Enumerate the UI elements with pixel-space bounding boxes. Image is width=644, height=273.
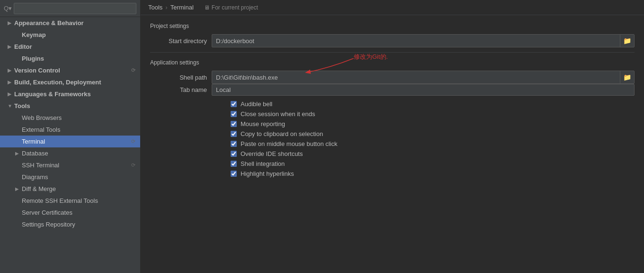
checkbox-label-copy-clipboard: Copy to clipboard on selection <box>241 130 323 137</box>
sync-icon: ⟳ <box>131 162 135 168</box>
shell-path-input-wrap[interactable]: 📁 <box>212 71 635 84</box>
checkbox-row-override-ide: Override IDE shortcuts <box>150 150 635 157</box>
sidebar-item-label: Version Control <box>14 67 131 74</box>
sidebar-item-remote-ssh[interactable]: Remote SSH External Tools <box>0 195 140 207</box>
search-input[interactable] <box>14 3 136 14</box>
arrow-icon <box>8 91 14 97</box>
sidebar-item-database[interactable]: Database <box>0 147 140 159</box>
sidebar-item-label: Build, Execution, Deployment <box>14 79 135 86</box>
shell-path-input[interactable] <box>212 72 620 83</box>
main-body: Project settings Start directory 📁 Appli… <box>141 15 644 186</box>
checkbox-copy-clipboard[interactable] <box>231 131 237 137</box>
sidebar-item-version-control[interactable]: Version Control⟳ <box>0 64 140 76</box>
content-panel: Tools › Terminal 🖥 For current project P… <box>141 0 644 273</box>
search-icon: Q▾ <box>4 5 12 12</box>
sidebar-item-languages[interactable]: Languages & Frameworks <box>0 88 140 100</box>
checkbox-audible-bell[interactable] <box>231 101 237 107</box>
tab-name-row: Tab name <box>150 84 635 96</box>
checkbox-row-audible-bell: Audible bell <box>150 100 635 108</box>
sidebar-item-build[interactable]: Build, Execution, Deployment <box>0 76 140 88</box>
sidebar-item-label: SSH Terminal <box>22 162 131 169</box>
checkbox-paste-middle[interactable] <box>231 141 237 147</box>
sidebar-item-external-tools[interactable]: External Tools <box>0 124 140 136</box>
tab-name-label: Tab name <box>150 86 212 93</box>
sidebar-item-label: Diagrams <box>22 173 135 181</box>
breadcrumb: Tools › Terminal 🖥 For current project <box>141 0 644 15</box>
sidebar-item-web-browsers[interactable]: Web Browsers <box>0 112 140 124</box>
sidebar: Q▾ Appearance & BehaviorKeymapEditorPlug… <box>0 0 141 273</box>
sidebar-item-label: Database <box>22 150 135 157</box>
start-directory-input-wrap[interactable]: 📁 <box>212 34 635 47</box>
checkbox-label-close-session: Close session when it ends <box>241 110 315 118</box>
tab-name-input-wrap[interactable] <box>212 84 635 96</box>
sync-icon: ⟳ <box>131 138 135 145</box>
sidebar-item-label: External Tools <box>22 126 135 133</box>
checkbox-row-copy-clipboard: Copy to clipboard on selection <box>150 130 635 137</box>
sidebar-item-appearance[interactable]: Appearance & Behavior <box>0 17 140 29</box>
breadcrumb-tools: Tools <box>148 4 162 11</box>
checkbox-override-ide[interactable] <box>231 151 237 157</box>
sidebar-item-label: Editor <box>14 43 135 50</box>
arrow-icon <box>8 80 14 85</box>
sidebar-item-label: Plugins <box>22 55 135 62</box>
start-directory-row: Start directory 📁 <box>150 34 635 47</box>
application-settings-title: Application settings <box>150 59 635 66</box>
project-settings-title: Project settings <box>150 23 635 29</box>
sidebar-item-label: Languages & Frameworks <box>14 91 135 98</box>
tab-name-input[interactable] <box>212 84 634 95</box>
checkbox-mouse-reporting[interactable] <box>231 121 237 127</box>
sidebar-item-keymap[interactable]: Keymap <box>0 29 140 41</box>
sidebar-item-editor[interactable]: Editor <box>0 41 140 53</box>
sidebar-item-settings-repo[interactable]: Settings Repository <box>0 218 140 230</box>
sidebar-item-label: Remote SSH External Tools <box>22 197 135 204</box>
start-directory-label: Start directory <box>150 37 212 45</box>
sidebar-item-label: Tools <box>14 102 135 109</box>
arrow-icon <box>8 20 14 26</box>
sidebar-item-label: Diff & Merge <box>22 185 135 192</box>
checkbox-row-paste-middle: Paste on middle mouse button click <box>150 140 635 147</box>
checkbox-highlight-hyperlinks[interactable] <box>231 171 237 177</box>
sidebar-item-tools[interactable]: Tools <box>0 100 140 112</box>
sidebar-item-label: Web Browsers <box>22 114 135 121</box>
shell-path-browse-button[interactable]: 📁 <box>620 71 634 83</box>
sidebar-item-diff-merge[interactable]: Diff & Merge <box>0 183 140 195</box>
search-bar[interactable]: Q▾ <box>0 0 140 17</box>
arrow-icon <box>8 103 14 109</box>
sidebar-item-server-certs[interactable]: Server Certificates <box>0 207 140 218</box>
checkbox-shell-integration[interactable] <box>231 161 237 167</box>
nav-list: Appearance & BehaviorKeymapEditorPlugins… <box>0 17 140 230</box>
checkbox-label-shell-integration: Shell integration <box>241 160 285 167</box>
shell-path-row: Shell path 📁 修改为Git的. <box>150 71 635 84</box>
checkbox-close-session[interactable] <box>231 111 237 117</box>
for-project-label: 🖥 For current project <box>204 4 258 11</box>
checkboxes-container: Audible bellClose session when it endsMo… <box>150 100 635 177</box>
sidebar-item-terminal[interactable]: Terminal⟳ <box>0 136 140 147</box>
sync-icon: ⟳ <box>131 67 135 73</box>
arrow-icon <box>8 44 14 49</box>
sidebar-item-label: Appearance & Behavior <box>14 19 135 27</box>
checkbox-label-audible-bell: Audible bell <box>241 100 272 108</box>
breadcrumb-terminal: Terminal <box>170 4 194 11</box>
start-directory-input[interactable] <box>212 36 620 46</box>
checkbox-label-highlight-hyperlinks: Highlight hyperlinks <box>241 170 294 177</box>
start-directory-browse-button[interactable]: 📁 <box>620 35 634 47</box>
monitor-icon: 🖥 <box>204 4 210 11</box>
arrow-icon <box>8 68 14 73</box>
checkbox-label-override-ide: Override IDE shortcuts <box>241 150 303 157</box>
sidebar-item-label: Keymap <box>22 31 135 38</box>
sidebar-item-label: Terminal <box>22 138 131 145</box>
sidebar-item-label: Settings Repository <box>22 221 135 228</box>
checkbox-row-shell-integration: Shell integration <box>150 160 635 167</box>
checkbox-row-close-session: Close session when it ends <box>150 110 635 118</box>
shell-path-label: Shell path <box>150 74 212 81</box>
arrow-icon <box>15 151 22 156</box>
breadcrumb-separator: › <box>165 4 167 11</box>
checkbox-row-mouse-reporting: Mouse reporting <box>150 120 635 127</box>
sidebar-item-plugins[interactable]: Plugins <box>0 53 140 64</box>
arrow-icon <box>15 186 22 191</box>
checkbox-label-paste-middle: Paste on middle mouse button click <box>241 140 338 147</box>
checkbox-label-mouse-reporting: Mouse reporting <box>241 120 285 127</box>
checkbox-row-highlight-hyperlinks: Highlight hyperlinks <box>150 170 635 177</box>
sidebar-item-diagrams[interactable]: Diagrams <box>0 171 140 183</box>
sidebar-item-ssh-terminal[interactable]: SSH Terminal⟳ <box>0 159 140 171</box>
